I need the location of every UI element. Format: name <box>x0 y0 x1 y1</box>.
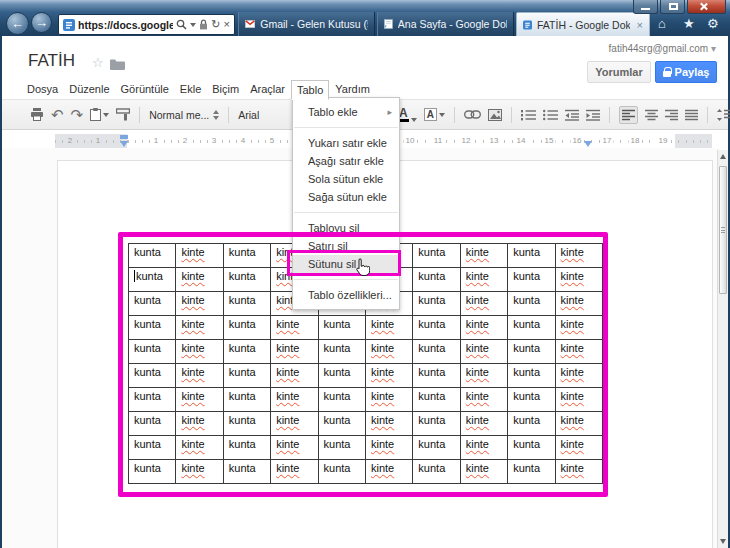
scroll-up-icon[interactable] <box>720 154 726 159</box>
refresh-icon[interactable]: ↻ <box>211 19 220 30</box>
toolbar-separator <box>228 107 229 123</box>
styles-dropdown-value: Normal me... <box>149 109 209 121</box>
submenu-arrow-icon: ▸ <box>387 103 392 121</box>
undo-icon[interactable]: ↶ <box>51 107 64 122</box>
scrollbar-thumb[interactable] <box>719 166 727 294</box>
tab-label: Ana Sayfa - Google Doküm... <box>398 18 507 30</box>
menubar-item[interactable]: Görüntüle <box>116 80 174 100</box>
vertical-scrollbar[interactable] <box>717 150 728 548</box>
ruler-number: 5 <box>268 136 276 145</box>
share-label: Paylaş <box>675 66 710 78</box>
menu-item-label: Sağa sütun ekle <box>308 191 387 203</box>
maximize-button[interactable] <box>660 0 685 14</box>
insert-link-icon[interactable] <box>464 110 481 119</box>
menubar-item[interactable]: Dosya <box>22 80 63 100</box>
close-button[interactable] <box>687 0 726 14</box>
tab-label: Gmail - Gelen Kutusu (5) - f... <box>260 18 368 30</box>
minimize-icon <box>641 8 650 10</box>
menubar-item[interactable]: Araçlar <box>245 80 290 100</box>
highlight-color-icon: A <box>424 108 437 121</box>
back-button[interactable]: ← <box>6 12 29 35</box>
redo-icon[interactable]: ↷ <box>71 107 84 122</box>
tab-close-icon[interactable]: × <box>637 19 643 31</box>
comments-button[interactable]: Yorumlar <box>587 61 651 83</box>
styles-dropdown[interactable]: Normal me... <box>149 109 219 121</box>
paste-button[interactable] <box>90 108 109 121</box>
gmail-icon <box>245 19 255 29</box>
ruler-number: 1 <box>152 136 160 145</box>
search-icon[interactable] <box>176 19 187 30</box>
toolbar-separator <box>139 107 140 123</box>
menu-item[interactable]: Sağa sütun ekle <box>293 188 399 206</box>
print-icon[interactable] <box>30 108 44 121</box>
decrease-indent-icon[interactable] <box>565 109 579 121</box>
align-left-button[interactable] <box>619 106 638 124</box>
share-lock-icon <box>663 67 671 77</box>
star-document-icon[interactable]: ☆ <box>92 55 104 70</box>
ruler-number: 17 <box>601 136 614 145</box>
menu-separator <box>294 127 398 128</box>
ruler-number: 14 <box>515 136 528 145</box>
text-color-button[interactable]: A <box>398 108 417 122</box>
stop-icon[interactable]: × <box>224 19 230 30</box>
menu-item[interactable]: Sola sütun ekle <box>293 170 399 188</box>
tab-fatih-active[interactable]: FATİH - Google Doküma... × <box>516 12 650 36</box>
tab-gmail[interactable]: Gmail - Gelen Kutusu (5) - f... <box>238 12 375 36</box>
ruler-number: 2 <box>66 136 74 145</box>
align-right-icon[interactable] <box>665 109 678 121</box>
search-dropdown-caret[interactable] <box>190 23 196 27</box>
highlight-color-button[interactable]: A <box>424 108 445 121</box>
font-dropdown[interactable]: Arial <box>238 109 259 121</box>
insert-image-icon[interactable] <box>488 109 502 121</box>
numbered-list-icon[interactable] <box>521 109 536 121</box>
settings-gear-icon[interactable]: ⚙ <box>707 16 719 31</box>
ruler-number: 12 <box>460 136 473 145</box>
paint-format-icon[interactable] <box>116 108 130 121</box>
menu-item-label: Aşağı satır ekle <box>308 155 384 167</box>
tab-ana-sayfa[interactable]: Ana Sayfa - Google Doküm... <box>377 12 514 36</box>
minimize-button[interactable] <box>633 0 658 14</box>
ruler-number: 10 <box>404 136 417 145</box>
menubar-item[interactable]: Ekle <box>175 80 206 100</box>
align-left-icon <box>622 109 635 121</box>
account-menu[interactable]: fatih44srg@gmail.com ▾ <box>609 43 716 54</box>
left-indent-marker[interactable] <box>120 141 128 147</box>
folder-icon[interactable] <box>110 59 125 70</box>
ruler-number: 3 <box>210 136 218 145</box>
ruler-number: 11 <box>432 136 444 145</box>
home-icon[interactable]: ⌂ <box>658 16 666 31</box>
docs-content: fatih44srg@gmail.com ▾ FATİH ☆ Yorumlar … <box>2 36 728 548</box>
share-button[interactable]: Paylaş <box>655 61 717 83</box>
menu-separator <box>294 212 398 213</box>
ruler-number: 13 <box>488 136 501 145</box>
document-title[interactable]: FATİH <box>28 51 75 71</box>
docs-icon <box>523 19 532 31</box>
menu-item-label: Yukarı satır ekle <box>308 137 387 149</box>
menubar-item[interactable]: Düzenle <box>64 80 114 100</box>
scroll-down-icon[interactable] <box>720 539 726 544</box>
menu-item[interactable]: Aşağı satır ekle <box>293 152 399 170</box>
annotation-menu-item-highlight <box>287 250 401 276</box>
menubar-item[interactable]: Biçim <box>207 80 244 100</box>
favorites-star-icon[interactable]: ★ <box>683 16 695 31</box>
forward-button[interactable]: → <box>31 12 52 33</box>
menu-item[interactable]: Yukarı satır ekle <box>293 134 399 152</box>
bulleted-list-icon[interactable] <box>543 109 558 121</box>
account-caret-icon: ▾ <box>711 43 716 54</box>
menubar-item[interactable]: Tablo <box>291 80 329 100</box>
browser-window: ← → https://docs.google.c... ↻ × Gmail -… <box>0 0 730 548</box>
window-controls <box>631 0 726 14</box>
tab-label: FATİH - Google Doküma... <box>537 19 630 31</box>
align-center-icon[interactable] <box>645 109 658 121</box>
line-spacing-button[interactable] <box>717 109 730 121</box>
address-bar[interactable]: https://docs.google.c... ↻ × <box>58 14 235 35</box>
justify-icon[interactable] <box>685 109 698 121</box>
account-email: fatih44srg@gmail.com <box>609 43 709 54</box>
increase-indent-icon[interactable] <box>586 109 600 121</box>
lock-icon <box>199 19 208 30</box>
docs-page-icon <box>384 18 393 30</box>
right-indent-marker[interactable] <box>584 141 592 147</box>
indent-bar-marker[interactable] <box>120 135 128 139</box>
url-text[interactable]: https://docs.google.c... <box>78 19 173 31</box>
menu-item[interactable]: Tablo ekle ▸ <box>293 103 399 121</box>
